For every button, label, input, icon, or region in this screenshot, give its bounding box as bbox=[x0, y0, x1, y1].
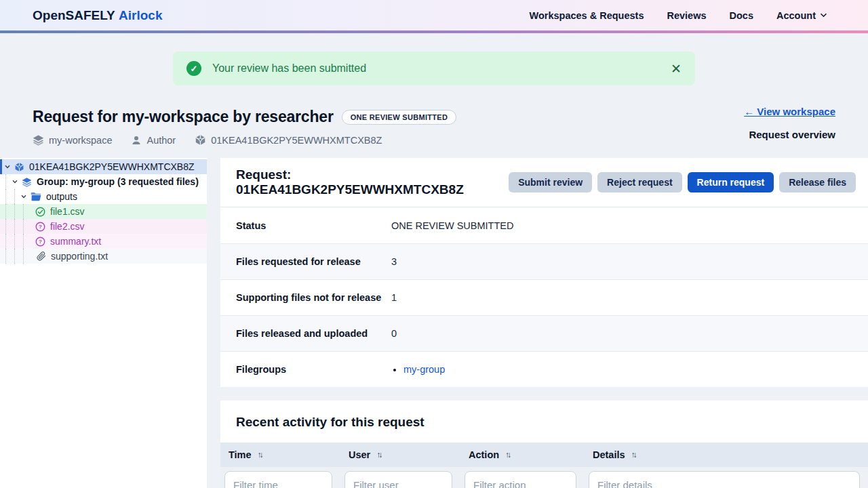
tree-item-label: 01KEA41BGK2PY5EWWHXMTCXB8Z bbox=[29, 161, 195, 172]
tree-item-request-root[interactable]: 01KEA41BGK2PY5EWWHXMTCXB8Z bbox=[0, 159, 207, 174]
user-icon bbox=[131, 135, 142, 146]
column-header-user[interactable]: User ↑↓ bbox=[340, 443, 460, 467]
submit-review-button[interactable]: Submit review bbox=[509, 172, 592, 192]
tree-item-group[interactable]: Group: my-group (3 requested files) bbox=[0, 174, 207, 189]
cube-icon bbox=[14, 162, 24, 172]
chevron-down-icon[interactable] bbox=[4, 163, 11, 170]
detail-value: 3 bbox=[391, 256, 397, 267]
reject-request-button[interactable]: Reject request bbox=[597, 172, 682, 192]
recent-activity-card: Recent activity for this request Time ↑↓… bbox=[220, 401, 868, 488]
activity-table-header: Time ↑↓ User ↑↓ Action ↑↓ Details ↑↓ bbox=[220, 443, 868, 467]
tree-item-file1[interactable]: file1.csv bbox=[0, 204, 207, 219]
sort-icon[interactable]: ↑↓ bbox=[505, 450, 509, 460]
meta-workspace-label: my-workspace bbox=[49, 135, 112, 146]
meta-request-id: 01KEA41BGK2PY5EWWHXMTCXB8Z bbox=[195, 134, 382, 146]
success-check-icon: ✓ bbox=[186, 61, 201, 76]
tree-item-label: Group: my-group (3 requested files) bbox=[37, 176, 199, 187]
sort-icon[interactable]: ↑↓ bbox=[376, 450, 380, 460]
success-alert: ✓ Your review has been submitted ✕ bbox=[173, 52, 695, 85]
activity-title: Recent activity for this request bbox=[220, 401, 868, 443]
column-header-details[interactable]: Details ↑↓ bbox=[585, 443, 868, 467]
tree-guide bbox=[14, 189, 15, 204]
top-nav: OpenSAFELY Airlock Workspaces & Requests… bbox=[0, 0, 868, 30]
brand-secondary: Airlock bbox=[119, 8, 162, 22]
column-label: Time bbox=[229, 449, 252, 460]
tree-guide bbox=[23, 234, 24, 249]
question-circle-icon: ? bbox=[35, 222, 45, 232]
release-files-button[interactable]: Release files bbox=[779, 172, 856, 192]
tree-guide bbox=[23, 249, 24, 264]
tree-item-label: file2.csv bbox=[50, 221, 85, 232]
tree-item-label: summary.txt bbox=[50, 236, 101, 247]
activity-filter-row bbox=[220, 467, 868, 488]
detail-row-files-released: Files released and uploaded 0 bbox=[220, 315, 868, 351]
filter-action-input[interactable] bbox=[465, 471, 576, 488]
meta-author-label: Author bbox=[146, 135, 176, 146]
detail-label: Files released and uploaded bbox=[236, 328, 391, 339]
filter-details-input[interactable] bbox=[589, 471, 860, 488]
column-header-time[interactable]: Time ↑↓ bbox=[220, 443, 340, 467]
brand-logo[interactable]: OpenSAFELY Airlock bbox=[33, 8, 162, 23]
chevron-down-icon[interactable] bbox=[12, 178, 18, 185]
column-header-action[interactable]: Action ↑↓ bbox=[460, 443, 585, 467]
alert-close-icon[interactable]: ✕ bbox=[671, 62, 682, 75]
status-badge: ONE REVIEW SUBMITTED bbox=[342, 110, 457, 125]
chevron-down-icon[interactable] bbox=[20, 193, 27, 200]
meta-request-id-label: 01KEA41BGK2PY5EWWHXMTCXB8Z bbox=[211, 135, 382, 146]
tree-guide bbox=[14, 204, 15, 219]
request-meta: my-workspace Author 01KEA41BGK2PY5EWWHXM… bbox=[33, 134, 835, 146]
nav-workspaces-requests[interactable]: Workspaces & Requests bbox=[530, 10, 644, 21]
cube-icon bbox=[195, 134, 206, 146]
tree-guide bbox=[5, 219, 6, 234]
tree-guide bbox=[5, 174, 6, 189]
filegroup-link[interactable]: my-group bbox=[403, 364, 445, 375]
detail-value: ONE REVIEW SUBMITTED bbox=[391, 220, 513, 231]
column-label: Details bbox=[593, 449, 625, 460]
request-card-title: Request: 01KEA41BGK2PY5EWWHXMTCXB8Z bbox=[236, 167, 509, 197]
tree-item-label: file1.csv bbox=[50, 206, 85, 217]
tree-guide bbox=[5, 189, 6, 204]
column-label: User bbox=[349, 449, 370, 460]
sort-icon[interactable]: ↑↓ bbox=[631, 450, 635, 460]
tree-item-label: supporting.txt bbox=[51, 251, 108, 262]
tree-item-file2[interactable]: ? file2.csv bbox=[0, 219, 207, 234]
detail-row-filegroups: Filegroups my-group bbox=[220, 351, 868, 387]
card-gap bbox=[220, 387, 868, 401]
detail-row-status: Status ONE REVIEW SUBMITTED bbox=[220, 207, 868, 243]
meta-workspace: my-workspace bbox=[33, 134, 112, 146]
tree-guide bbox=[5, 249, 6, 264]
nav-reviews[interactable]: Reviews bbox=[667, 10, 706, 21]
request-actions: Submit review Reject request Return requ… bbox=[509, 172, 856, 192]
nav-docs[interactable]: Docs bbox=[730, 10, 753, 21]
tree-guide bbox=[5, 234, 6, 249]
tree-item-supporting[interactable]: supporting.txt bbox=[0, 249, 207, 264]
alert-message: Your review has been submitted bbox=[212, 62, 366, 75]
filter-user-input[interactable] bbox=[344, 471, 452, 488]
nav-links: Workspaces & Requests Reviews Docs Accou… bbox=[530, 10, 827, 21]
tree-item-outputs-folder[interactable]: outputs bbox=[0, 189, 207, 204]
page-title: Request for my-workspace by researcher bbox=[33, 108, 334, 126]
check-circle-icon bbox=[35, 207, 45, 217]
nav-account[interactable]: Account bbox=[776, 10, 827, 21]
gradient-divider bbox=[0, 30, 868, 33]
detail-label: Files requested for release bbox=[236, 256, 391, 267]
svg-text:?: ? bbox=[39, 239, 42, 245]
sort-icon[interactable]: ↑↓ bbox=[258, 450, 262, 460]
nav-account-label: Account bbox=[776, 10, 816, 21]
view-workspace-link[interactable]: ← View workspace bbox=[744, 106, 835, 117]
request-detail-card: Request: 01KEA41BGK2PY5EWWHXMTCXB8Z Subm… bbox=[220, 158, 868, 387]
tree-item-summary[interactable]: ? summary.txt bbox=[0, 234, 207, 249]
folder-open-icon bbox=[31, 192, 41, 201]
file-tree-sidebar: 01KEA41BGK2PY5EWWHXMTCXB8Z Group: my-gro… bbox=[0, 158, 207, 488]
page-header: Request for my-workspace by researcher O… bbox=[0, 85, 868, 146]
tree-guide bbox=[5, 204, 6, 219]
tree-guide bbox=[14, 219, 15, 234]
request-overview-label: Request overview bbox=[744, 129, 835, 140]
detail-value: 0 bbox=[391, 328, 397, 339]
detail-row-supporting-files: Supporting files not for release 1 bbox=[220, 279, 868, 315]
return-request-button[interactable]: Return request bbox=[688, 172, 774, 192]
filter-time-input[interactable] bbox=[224, 471, 332, 488]
column-label: Action bbox=[469, 449, 499, 460]
detail-row-files-requested: Files requested for release 3 bbox=[220, 243, 868, 279]
tree-guide bbox=[23, 219, 24, 234]
